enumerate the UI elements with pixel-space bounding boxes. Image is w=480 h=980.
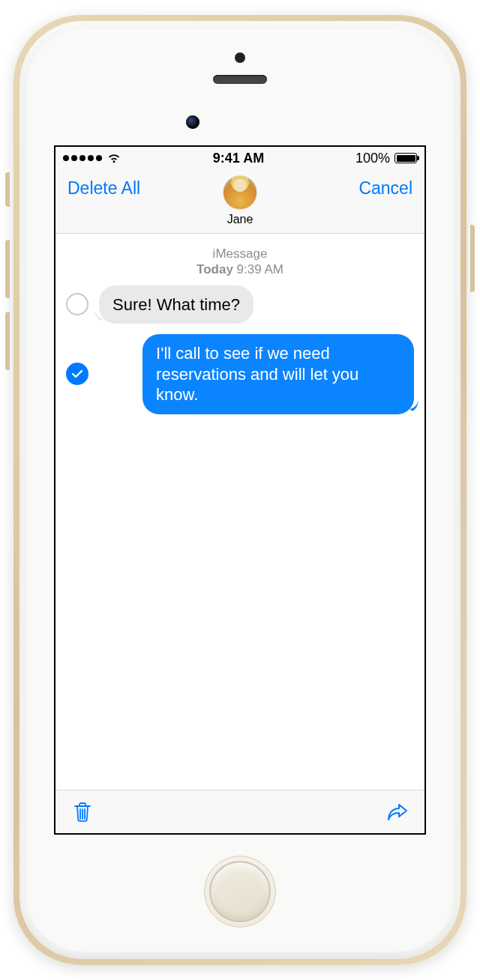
received-message-bubble: Sure! What time? (99, 285, 254, 324)
power-button (470, 225, 475, 292)
wifi-icon (106, 153, 122, 163)
volume-up-button (5, 240, 10, 298)
service-label: iMessage (56, 246, 424, 261)
status-bar: 9:41 AM 100% (56, 147, 424, 169)
battery-percentage: 100% (356, 151, 390, 166)
conversation-timestamp: iMessage Today 9:39 AM (56, 234, 424, 285)
signal-strength-icon (63, 155, 102, 161)
forward-button[interactable] (386, 800, 410, 824)
timestamp-time: 9:39 AM (237, 262, 284, 276)
contact-name-label: Jane (227, 213, 254, 226)
battery-icon (394, 153, 417, 163)
home-button[interactable] (204, 856, 276, 928)
trash-button[interactable] (70, 800, 94, 824)
front-camera (186, 115, 200, 129)
cancel-button[interactable]: Cancel (358, 178, 412, 199)
selection-circle[interactable] (66, 293, 88, 315)
mute-switch (5, 172, 10, 207)
message-list: Sure! What time? I'll call to see if we … (56, 285, 424, 790)
earpiece-speaker (213, 75, 267, 84)
bottom-toolbar (56, 790, 424, 833)
share-icon (386, 800, 410, 824)
status-time: 9:41 AM (213, 151, 264, 166)
proximity-sensor (235, 52, 245, 63)
contact-avatar[interactable] (223, 175, 257, 210)
delete-all-button[interactable]: Delete All (68, 178, 140, 199)
message-row[interactable]: Sure! What time? (66, 285, 414, 324)
timestamp-day: Today (196, 262, 233, 276)
sent-message-bubble: I'll call to see if we need reservations… (142, 334, 414, 414)
navigation-bar: Delete All Jane Cancel (56, 169, 424, 234)
iphone-device-frame: 9:41 AM 100% Delete All Jane C (14, 15, 466, 965)
volume-down-button (5, 312, 10, 370)
trash-icon (70, 800, 94, 824)
message-row[interactable]: I'll call to see if we need reservations… (66, 334, 414, 414)
screen: 9:41 AM 100% Delete All Jane C (54, 145, 426, 835)
selection-circle[interactable] (66, 363, 88, 385)
